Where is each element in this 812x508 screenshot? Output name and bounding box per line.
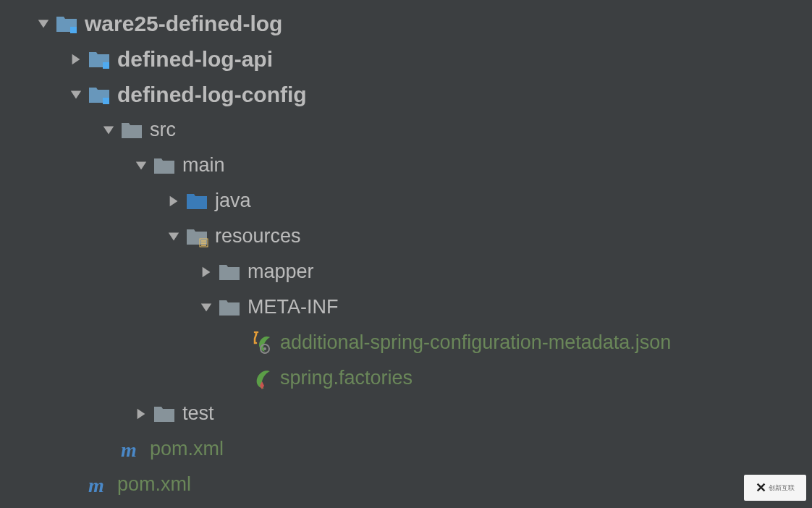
chevron-down-icon[interactable] bbox=[195, 297, 217, 318]
tree-item-label: defined-log-api bbox=[117, 47, 273, 72]
chevron-down-icon[interactable] bbox=[130, 155, 152, 177]
chevron-down-icon[interactable] bbox=[33, 13, 54, 35]
tree-item-label: resources bbox=[215, 225, 301, 247]
tree-item-meta-inf[interactable]: META-INF bbox=[0, 289, 812, 325]
tree-item-pom-root[interactable]: m pom.xml bbox=[0, 467, 812, 502]
chevron-right-icon[interactable] bbox=[195, 261, 217, 283]
tree-item-pom-child[interactable]: m pom.xml bbox=[0, 431, 812, 467]
spring-file-icon bbox=[250, 366, 274, 391]
folder-icon bbox=[152, 402, 177, 426]
folder-icon bbox=[119, 118, 144, 143]
tree-item-label: defined-log-config bbox=[117, 82, 307, 107]
module-folder-icon bbox=[54, 12, 79, 36]
tree-item-defined-log-config[interactable]: defined-log-config bbox=[0, 77, 812, 112]
resources-folder-icon bbox=[185, 224, 209, 249]
chevron-down-icon[interactable] bbox=[65, 84, 87, 106]
folder-icon bbox=[152, 153, 177, 178]
svg-text:m: m bbox=[121, 439, 137, 461]
expander-spacer bbox=[228, 332, 250, 354]
tree-item-label: spring.factories bbox=[280, 367, 413, 389]
watermark: ✕ 创新互联 bbox=[744, 475, 806, 501]
tree-item-label: ware25-defined-log bbox=[85, 12, 282, 36]
watermark-logo-icon: ✕ bbox=[756, 480, 766, 496]
tree-item-defined-log-api[interactable]: defined-log-api bbox=[0, 41, 812, 77]
folder-icon bbox=[217, 260, 242, 284]
tree-item-label: main bbox=[182, 154, 225, 177]
maven-icon: m bbox=[119, 437, 144, 462]
tree-item-label: mapper bbox=[248, 261, 314, 283]
expander-spacer bbox=[228, 368, 250, 389]
tree-item-label: java bbox=[215, 190, 251, 212]
folder-icon bbox=[217, 295, 242, 320]
expander-spacer bbox=[98, 439, 119, 460]
svg-rect-2 bbox=[103, 98, 109, 104]
tree-item-label: test bbox=[182, 402, 214, 425]
chevron-down-icon[interactable] bbox=[98, 119, 119, 141]
tree-item-src[interactable]: src bbox=[0, 112, 812, 148]
chevron-down-icon[interactable] bbox=[163, 226, 185, 247]
expander-spacer bbox=[65, 474, 87, 496]
source-folder-icon bbox=[185, 189, 209, 213]
tree-item-main[interactable]: main bbox=[0, 148, 812, 183]
svg-point-8 bbox=[263, 347, 266, 350]
tree-item-label: pom.xml bbox=[150, 438, 224, 460]
chevron-right-icon[interactable] bbox=[65, 48, 87, 70]
svg-rect-0 bbox=[70, 27, 77, 33]
chevron-right-icon[interactable] bbox=[163, 190, 185, 212]
tree-item-mapper[interactable]: mapper bbox=[0, 254, 812, 289]
tree-item-label: src bbox=[150, 119, 176, 141]
project-tree: ware25-defined-log defined-log-api defin… bbox=[0, 0, 812, 502]
tree-item-metadata-json[interactable]: additional-spring-configuration-metadata… bbox=[0, 325, 812, 360]
chevron-right-icon[interactable] bbox=[130, 403, 152, 425]
svg-rect-1 bbox=[103, 62, 109, 69]
spring-config-icon bbox=[250, 331, 274, 355]
module-folder-icon bbox=[87, 47, 111, 72]
tree-item-resources[interactable]: resources bbox=[0, 219, 812, 254]
tree-item-label: META-INF bbox=[248, 296, 338, 318]
tree-item-label: additional-spring-configuration-metadata… bbox=[280, 331, 671, 354]
svg-text:m: m bbox=[88, 474, 104, 496]
module-folder-icon bbox=[87, 82, 111, 107]
tree-item-label: pom.xml bbox=[117, 473, 191, 496]
tree-item-root[interactable]: ware25-defined-log bbox=[0, 6, 812, 41]
maven-icon: m bbox=[87, 473, 111, 497]
watermark-text: 创新互联 bbox=[769, 485, 795, 491]
tree-item-spring-factories[interactable]: spring.factories bbox=[0, 360, 812, 396]
tree-item-java[interactable]: java bbox=[0, 183, 812, 219]
tree-item-test[interactable]: test bbox=[0, 396, 812, 431]
